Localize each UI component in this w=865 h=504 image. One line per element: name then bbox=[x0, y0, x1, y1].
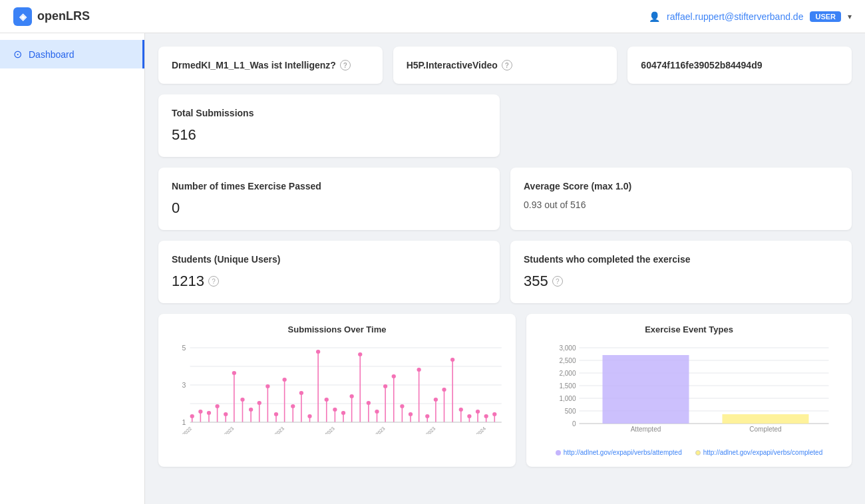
completed-legend-url[interactable]: http://adlnet.gov/expapi/verbs/completed bbox=[703, 449, 823, 456]
svg-text:3,000: 3,000 bbox=[559, 344, 576, 352]
svg-text:25-06-2023: 25-06-2023 bbox=[314, 426, 335, 434]
svg-text:06-11-2023: 06-11-2023 bbox=[415, 426, 436, 434]
svg-point-29 bbox=[274, 412, 278, 416]
svg-point-75 bbox=[467, 414, 471, 418]
attempted-legend-dot bbox=[556, 450, 561, 455]
exercise-name-card: DrmedKI_M1_L1_Was ist Intelligenz? ? bbox=[158, 47, 383, 84]
attempted-legend-item[interactable]: http://adlnet.gov/expapi/verbs/attempted bbox=[556, 449, 682, 456]
chevron-down-icon[interactable]: ▾ bbox=[848, 12, 852, 21]
svg-point-53 bbox=[375, 410, 379, 414]
svg-text:19-03-2024: 19-03-2024 bbox=[466, 426, 487, 434]
exercise-name-info-icon[interactable]: ? bbox=[340, 60, 351, 70]
svg-point-21 bbox=[240, 398, 244, 402]
total-submissions-label: Total Submissions bbox=[172, 108, 486, 118]
completed-bar bbox=[723, 414, 809, 424]
exercise-passed-value: 0 bbox=[172, 199, 486, 217]
user-email[interactable]: raffael.ruppert@stifterverband.de bbox=[667, 11, 803, 22]
svg-point-35 bbox=[299, 391, 303, 395]
students-completed-value: 355 ? bbox=[524, 273, 838, 290]
exercise-passed-card: Number of times Exercise Passed 0 bbox=[158, 168, 500, 230]
svg-text:2,000: 2,000 bbox=[559, 370, 576, 377]
svg-point-69 bbox=[442, 388, 446, 392]
svg-text:5: 5 bbox=[182, 344, 186, 352]
charts-row: Submissions Over Time 5 3 1 bbox=[158, 314, 852, 467]
submissions-chart-card: Submissions Over Time 5 3 1 bbox=[158, 314, 516, 467]
exercise-type-card: H5P.InteractiveVideo ? bbox=[393, 47, 617, 84]
svg-text:14-01-2023: 14-01-2023 bbox=[214, 426, 235, 434]
students-completed-label: Students who completed the exercise bbox=[524, 254, 838, 265]
passed-score-row: Number of times Exercise Passed 0 Averag… bbox=[158, 168, 852, 230]
svg-point-31 bbox=[282, 378, 286, 382]
svg-point-11 bbox=[198, 410, 202, 414]
students-unique-card: Students (Unique Users) 1213 ? bbox=[158, 241, 500, 303]
svg-point-73 bbox=[459, 408, 463, 412]
logo-icon: ◈ bbox=[13, 7, 32, 26]
header-right: 👤 raffael.ruppert@stifterverband.de USER… bbox=[649, 11, 852, 22]
svg-point-25 bbox=[258, 401, 261, 405]
main-layout: ⊙ Dashboard DrmedKI_M1_L1_Was ist Intell… bbox=[0, 33, 865, 504]
average-score-card: Average Score (max 1.0) 0.93 out of 516 bbox=[510, 168, 852, 230]
svg-text:1: 1 bbox=[182, 419, 186, 426]
svg-point-81 bbox=[492, 412, 496, 416]
attempted-label: Attempted bbox=[631, 426, 661, 433]
top-info-row: DrmedKI_M1_L1_Was ist Intelligenz? ? H5P… bbox=[158, 47, 852, 84]
svg-point-63 bbox=[417, 368, 421, 372]
svg-text:12-05-2022: 12-05-2022 bbox=[172, 426, 193, 434]
svg-point-45 bbox=[341, 411, 345, 415]
students-unique-info-icon[interactable]: ? bbox=[208, 276, 219, 287]
svg-text:3: 3 bbox=[182, 382, 186, 389]
svg-point-79 bbox=[484, 414, 488, 418]
exercise-type-info-icon[interactable]: ? bbox=[502, 60, 512, 70]
students-completed-card: Students who completed the exercise 355 … bbox=[510, 241, 852, 303]
students-unique-value: 1213 ? bbox=[172, 273, 486, 290]
svg-point-77 bbox=[476, 410, 480, 414]
svg-point-43 bbox=[333, 408, 337, 412]
user-icon: 👤 bbox=[649, 11, 660, 22]
svg-text:2,500: 2,500 bbox=[559, 357, 576, 364]
svg-text:01-04-2023: 01-04-2023 bbox=[264, 426, 285, 434]
svg-point-61 bbox=[409, 412, 413, 416]
completed-legend-dot bbox=[695, 450, 701, 455]
app-header: ◈ openLRS 👤 raffael.ruppert@stifterverba… bbox=[0, 0, 865, 33]
completed-label: Completed bbox=[749, 426, 781, 433]
svg-point-51 bbox=[367, 401, 371, 405]
students-unique-label: Students (Unique Users) bbox=[172, 254, 486, 265]
submissions-row: Total Submissions 516 bbox=[158, 94, 852, 157]
average-score-label: Average Score (max 1.0) bbox=[524, 181, 838, 191]
svg-point-65 bbox=[425, 414, 429, 418]
svg-point-23 bbox=[249, 408, 253, 412]
svg-point-39 bbox=[316, 350, 320, 354]
svg-point-33 bbox=[291, 404, 295, 408]
sidebar-item-label: Dashboard bbox=[29, 49, 75, 60]
svg-point-59 bbox=[400, 404, 404, 408]
svg-point-67 bbox=[434, 398, 438, 402]
svg-point-17 bbox=[224, 412, 228, 416]
attempted-bar bbox=[603, 355, 689, 424]
main-content: DrmedKI_M1_L1_Was ist Intelligenz? ? H5P… bbox=[145, 33, 865, 504]
submissions-chart-title: Submissions Over Time bbox=[169, 324, 505, 334]
exercise-type: H5P.InteractiveVideo bbox=[407, 60, 498, 70]
submissions-chart-svg: 5 3 1 bbox=[169, 341, 505, 434]
dashboard-icon: ⊙ bbox=[13, 48, 22, 61]
svg-text:500: 500 bbox=[565, 408, 576, 415]
svg-point-55 bbox=[383, 384, 387, 388]
chart-legend: http://adlnet.gov/expapi/verbs/attempted… bbox=[537, 449, 841, 456]
chart-data-series bbox=[190, 350, 497, 422]
students-row: Students (Unique Users) 1213 ? Students … bbox=[158, 241, 852, 303]
sidebar-item-dashboard[interactable]: ⊙ Dashboard bbox=[0, 40, 144, 68]
svg-point-37 bbox=[307, 414, 311, 418]
attempted-legend-url[interactable]: http://adlnet.gov/expapi/verbs/attempted bbox=[564, 449, 682, 456]
svg-point-41 bbox=[325, 398, 329, 402]
svg-text:1,000: 1,000 bbox=[559, 395, 576, 402]
svg-point-57 bbox=[392, 374, 396, 378]
user-role-badge: USER bbox=[810, 11, 841, 22]
sidebar: ⊙ Dashboard bbox=[0, 33, 145, 504]
app-name: openLRS bbox=[37, 9, 90, 23]
total-submissions-card: Total Submissions 516 bbox=[158, 94, 500, 157]
completed-legend-item[interactable]: http://adlnet.gov/expapi/verbs/completed bbox=[695, 449, 823, 456]
average-score-value: 0.93 out of 516 bbox=[524, 199, 838, 210]
svg-text:29-08-2023: 29-08-2023 bbox=[365, 426, 386, 434]
svg-text:0: 0 bbox=[572, 420, 576, 428]
students-completed-info-icon[interactable]: ? bbox=[552, 276, 563, 287]
total-submissions-value: 516 bbox=[172, 126, 486, 144]
